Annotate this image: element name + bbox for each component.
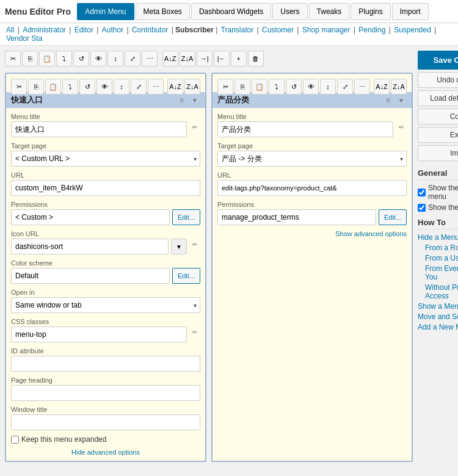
- p1-copy[interactable]: ⎘: [28, 79, 44, 95]
- p1-css-classes-input[interactable]: [11, 326, 187, 342]
- p2-permissions-input[interactable]: [217, 209, 376, 225]
- panel2-drag-btn[interactable]: ▼: [396, 95, 407, 106]
- p1-target-page-select[interactable]: < Custom URL >: [11, 151, 200, 167]
- tab-import[interactable]: Import: [392, 3, 429, 20]
- tab-meta-boxes[interactable]: Meta Boxes: [136, 3, 190, 20]
- paste-submenu-icon[interactable]: ⤵: [56, 51, 72, 67]
- p2-more[interactable]: ⋯: [354, 79, 370, 95]
- role-shop-manager[interactable]: Shop manager: [302, 26, 351, 34]
- p1-sort-za[interactable]: Z↓A: [184, 79, 200, 95]
- undo-icon[interactable]: ↺: [73, 51, 89, 67]
- sort-za-icon[interactable]: Z↓A: [180, 51, 195, 67]
- p1-icon-edit[interactable]: ✏: [189, 239, 200, 250]
- p1-menu-title-edit[interactable]: ✏: [189, 121, 200, 132]
- p1-url-input[interactable]: [11, 180, 200, 196]
- tab-users[interactable]: Users: [272, 3, 307, 20]
- p1-icon-url-input[interactable]: [11, 239, 169, 254]
- show-toolbar-checkbox[interactable]: [418, 204, 426, 212]
- p1-more[interactable]: ⋯: [148, 79, 164, 95]
- indent-icon[interactable]: →|: [197, 51, 213, 67]
- role-suspended[interactable]: Suspended: [394, 26, 431, 34]
- p1-keep-expanded-checkbox[interactable]: [11, 436, 19, 444]
- role-administrator[interactable]: Administrator: [23, 26, 66, 34]
- collapse-icon[interactable]: ⤢: [125, 51, 140, 67]
- role-all[interactable]: All: [6, 26, 14, 34]
- p2-collapse[interactable]: ⤢: [337, 79, 353, 95]
- howto-hide-menu[interactable]: Hide a Menu...: [418, 233, 458, 242]
- p1-expand[interactable]: ↕: [114, 79, 129, 95]
- export-button[interactable]: Export: [418, 127, 458, 143]
- howto-add-menu[interactable]: Add a New Menu: [418, 323, 458, 331]
- howto-without-preventing[interactable]: Without Preventing Access: [418, 283, 458, 300]
- more-icon[interactable]: ⋯: [142, 51, 158, 67]
- p2-expand[interactable]: ↕: [320, 79, 336, 95]
- tab-tweaks[interactable]: Tweaks: [309, 3, 350, 20]
- p1-color-scheme-input[interactable]: [11, 268, 170, 284]
- import-button[interactable]: Import: [418, 145, 458, 161]
- p1-visible[interactable]: 👁: [96, 79, 112, 95]
- p2-paste-sub[interactable]: ⤵: [269, 79, 285, 95]
- role-translator[interactable]: Translator: [221, 26, 254, 34]
- visible-icon[interactable]: 👁: [90, 51, 106, 67]
- p2-undo[interactable]: ↺: [286, 79, 302, 95]
- cut-icon[interactable]: ✂: [5, 51, 21, 67]
- p2-permissions-edit-btn[interactable]: Edit...: [379, 209, 407, 225]
- howto-from-role[interactable]: From a Role: [418, 243, 458, 252]
- panel1-drag-btn[interactable]: ▼: [189, 95, 200, 106]
- outdent-icon[interactable]: |←: [214, 51, 230, 67]
- p1-css-edit[interactable]: ✏: [189, 326, 200, 337]
- p1-sort-az[interactable]: A↓Z: [167, 79, 183, 95]
- load-default-button[interactable]: Load default menu: [418, 90, 458, 106]
- p2-target-page-select[interactable]: 产品 -> 分类: [217, 151, 407, 167]
- save-changes-button[interactable]: Save Changes: [418, 51, 458, 70]
- p2-copy[interactable]: ⎘: [234, 79, 250, 95]
- p1-permissions-input[interactable]: [11, 209, 170, 225]
- panel1-copy-btn[interactable]: ⎘: [176, 95, 187, 106]
- howto-move-sort[interactable]: Move and Sort Menus: [418, 312, 458, 321]
- role-contributor[interactable]: Contributor: [132, 26, 168, 34]
- undo-changes-button[interactable]: Undo changes: [418, 72, 458, 88]
- delete-icon[interactable]: 🗑: [248, 51, 264, 67]
- p1-window-title-input[interactable]: [11, 414, 200, 430]
- howto-from-user[interactable]: From a User: [418, 254, 458, 262]
- p1-collapse[interactable]: ⤢: [131, 79, 147, 95]
- copy-icon[interactable]: ⎘: [22, 51, 38, 67]
- role-author[interactable]: Author: [102, 26, 123, 34]
- paste-icon[interactable]: 📋: [39, 51, 55, 67]
- add-icon[interactable]: +: [231, 51, 247, 67]
- p1-paste-sub[interactable]: ⤵: [62, 79, 78, 95]
- p1-permissions-edit-btn[interactable]: Edit...: [172, 209, 200, 225]
- tab-dashboard-widgets[interactable]: Dashboard Widgets: [191, 3, 271, 20]
- p1-icon-select-btn[interactable]: ▼: [171, 239, 187, 254]
- role-pending[interactable]: Pending: [358, 26, 385, 34]
- p2-show-advanced[interactable]: Show advanced options: [217, 230, 407, 237]
- p1-undo[interactable]: ↺: [79, 79, 95, 95]
- p2-visible[interactable]: 👁: [303, 79, 319, 95]
- p2-menu-title-input[interactable]: [217, 121, 393, 137]
- p1-paste[interactable]: 📋: [45, 79, 61, 95]
- colors-button[interactable]: Colors: [418, 109, 458, 124]
- p1-open-in-select[interactable]: Same window or tab New window or tab: [11, 297, 200, 313]
- p1-color-edit-btn[interactable]: Edit...: [172, 268, 200, 284]
- tab-admin-menu[interactable]: Admin Menu: [77, 3, 134, 20]
- show-admin-menu-checkbox[interactable]: [418, 189, 426, 197]
- p2-menu-title-edit[interactable]: ✏: [396, 121, 407, 132]
- p2-cut[interactable]: ✂: [217, 79, 233, 95]
- role-editor[interactable]: Editor: [75, 26, 93, 34]
- tab-plugins[interactable]: Plugins: [351, 3, 390, 20]
- expand-icon[interactable]: ↕: [107, 51, 123, 67]
- p2-paste[interactable]: 📋: [252, 79, 267, 95]
- role-customer[interactable]: Customer: [262, 26, 294, 34]
- role-vendor-sta[interactable]: Vendor Sta: [6, 34, 42, 43]
- p2-sort-za[interactable]: Z↓A: [391, 79, 407, 95]
- p1-id-attr-input[interactable]: [11, 356, 200, 372]
- p2-url-input[interactable]: [217, 180, 407, 196]
- panel2-copy-btn[interactable]: ⎘: [383, 95, 394, 106]
- sort-az-icon[interactable]: A↓Z: [162, 51, 178, 67]
- howto-show-menu[interactable]: Show a Menu: [418, 302, 458, 311]
- p1-cut[interactable]: ✂: [11, 79, 27, 95]
- p1-page-heading-input[interactable]: [11, 385, 200, 401]
- p1-hide-advanced[interactable]: Hide advanced options: [11, 449, 200, 456]
- howto-from-everyone[interactable]: From Everyone Except You: [418, 264, 458, 281]
- p1-keep-expanded-label[interactable]: Keep this menu expanded: [11, 435, 200, 444]
